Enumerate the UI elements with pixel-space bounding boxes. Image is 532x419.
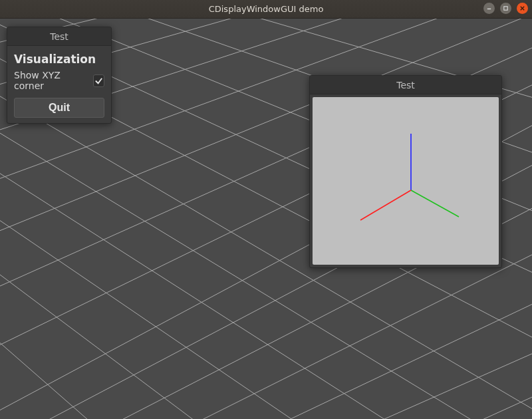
axis-x	[360, 190, 411, 220]
panel-canvas[interactable]: Test	[309, 75, 502, 268]
checkmark-icon	[94, 76, 103, 85]
quit-button[interactable]: Quit	[14, 98, 104, 118]
os-window-title: CDisplayWindowGUI demo	[0, 4, 532, 14]
viewport-3d[interactable]: Test Visualization Show XYZ corner Quit …	[0, 19, 532, 419]
show-xyz-label: Show XYZ corner	[14, 70, 86, 91]
panel-canvas-titlebar[interactable]: Test	[310, 76, 501, 94]
axis-y	[411, 190, 459, 217]
show-xyz-row: Show XYZ corner	[14, 70, 104, 91]
os-titlebar: CDisplayWindowGUI demo	[0, 0, 532, 19]
panel-test-title: Test	[50, 31, 68, 42]
show-xyz-checkbox[interactable]	[93, 74, 104, 87]
os-window-controls	[483, 3, 528, 14]
xyz-axes-icon	[313, 97, 499, 265]
minimize-button[interactable]	[483, 3, 495, 14]
panel-test-titlebar[interactable]: Test	[7, 27, 111, 46]
panel-canvas-view[interactable]	[313, 97, 499, 265]
close-button[interactable]	[517, 3, 528, 14]
panel-canvas-title: Test	[396, 80, 415, 90]
panel-test-body: Visualization Show XYZ corner Quit	[7, 46, 111, 123]
svg-rect-1	[504, 7, 507, 10]
maximize-button[interactable]	[500, 3, 511, 14]
visualization-heading: Visualization	[14, 53, 104, 66]
panel-test[interactable]: Test Visualization Show XYZ corner Quit	[7, 27, 112, 124]
